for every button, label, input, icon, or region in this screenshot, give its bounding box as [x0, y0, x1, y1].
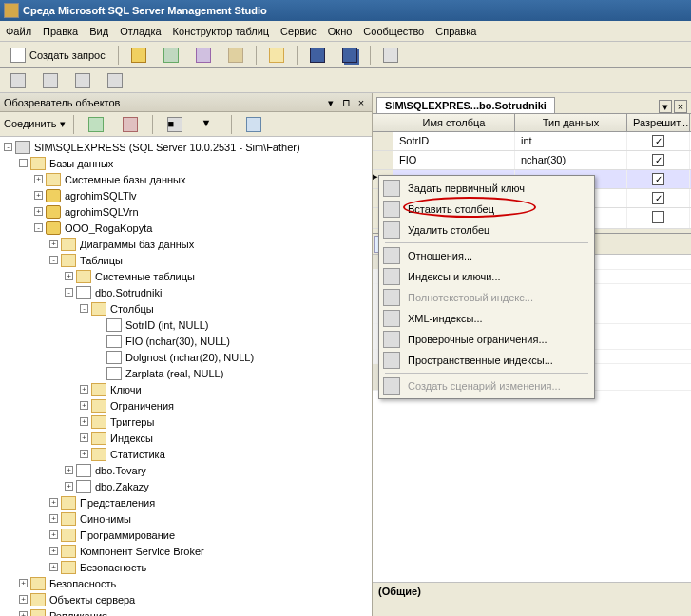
oe-btn-2[interactable] [116, 114, 144, 135]
context-menu-item[interactable]: Индексы и ключи... [381, 266, 592, 287]
new-query-label: Создать запрос [29, 49, 106, 61]
context-menu-item[interactable]: Отношения... [381, 245, 592, 266]
column-header-type[interactable]: Тип данных [515, 114, 627, 131]
open-file-button[interactable] [262, 45, 291, 66]
context-menu-item[interactable]: Вставить столбец [381, 199, 592, 220]
object-explorer-pane: Обозреватель объектов ▾ ⊓ × Соединить ▾ … [0, 93, 373, 616]
column-header-nullable[interactable]: Разрешит... [627, 114, 690, 131]
oe-btn-1[interactable] [82, 114, 110, 135]
toolbar-btn-3[interactable] [189, 45, 218, 66]
context-menu-item[interactable]: Проверочные ограничения... [381, 329, 592, 350]
pane-close-icon[interactable]: × [355, 96, 368, 109]
oe-refresh-button[interactable] [240, 114, 268, 135]
save-button[interactable] [303, 45, 332, 66]
context-menu-item: Полнотекстовый индекс... [381, 287, 592, 308]
properties-description: (Общие) [373, 582, 691, 616]
window-title: Среда Microsoft SQL Server Management St… [23, 5, 267, 16]
oe-stop-button[interactable]: ■ [161, 114, 189, 135]
app-icon [4, 3, 19, 18]
secondary-toolbar [0, 68, 691, 93]
main-toolbar: Создать запрос [0, 42, 691, 68]
menu-view[interactable]: Вид [89, 26, 108, 37]
toolbar-btn-8[interactable] [376, 45, 405, 66]
menu-file[interactable]: Файл [6, 26, 31, 37]
object-explorer-title: Обозреватель объектов [4, 97, 120, 108]
menu-debug[interactable]: Отладка [120, 26, 161, 37]
context-menu-item: Создать сценарий изменения... [381, 375, 592, 396]
sec-btn-3[interactable] [68, 70, 97, 91]
context-menu-item[interactable]: XML-индексы... [381, 308, 592, 329]
new-query-icon [10, 48, 26, 63]
menu-table-designer[interactable]: Конструктор таблиц [173, 26, 269, 37]
oe-filter-button[interactable]: ▼ [195, 114, 223, 135]
toolbar-btn-4[interactable] [221, 45, 250, 66]
sec-btn-4[interactable] [101, 70, 129, 91]
table-row[interactable]: SotrIDint✓ [373, 132, 691, 151]
save-all-button[interactable] [336, 45, 364, 66]
toolbar-btn-2[interactable] [157, 45, 185, 66]
menu-help[interactable]: Справка [435, 26, 476, 37]
context-menu-item[interactable]: Удалить столбец [381, 220, 592, 241]
tab-strip: SIM\SQLEXPRES...bo.Sotrudniki ▾ × [373, 93, 691, 114]
context-menu-item[interactable]: Пространственные индексы... [381, 350, 592, 371]
object-tree[interactable]: -SIM\SQLEXPRESS (SQL Server 10.0.2531 - … [0, 137, 372, 616]
pane-pin-icon[interactable]: ⊓ [339, 96, 353, 109]
context-menu: Задать первичный ключВставить столбецУда… [378, 175, 595, 399]
object-explorer-toolbar: Соединить ▾ ■ ▼ [0, 112, 372, 137]
context-menu-item[interactable]: Задать первичный ключ [381, 178, 592, 199]
toolbar-btn-1[interactable] [125, 45, 153, 66]
title-bar: Среда Microsoft SQL Server Management St… [0, 0, 691, 21]
column-header-name[interactable]: Имя столбца [393, 114, 515, 131]
object-explorer-title-bar: Обозреватель объектов ▾ ⊓ × [0, 93, 372, 112]
menu-bar: Файл Правка Вид Отладка Конструктор табл… [0, 21, 691, 42]
tab-dropdown-icon[interactable]: ▾ [659, 100, 672, 113]
tab-close-icon[interactable]: × [674, 100, 687, 113]
sec-btn-2[interactable] [36, 70, 65, 91]
pane-dropdown-icon[interactable]: ▾ [324, 96, 337, 109]
menu-tools[interactable]: Сервис [280, 26, 317, 37]
table-row[interactable]: FIOnchar(30)✓ [373, 151, 691, 170]
new-query-button[interactable]: Создать запрос [4, 45, 112, 66]
sec-btn-1[interactable] [4, 70, 32, 91]
menu-community[interactable]: Сообщество [363, 26, 424, 37]
tab-table-designer[interactable]: SIM\SQLEXPRES...bo.Sotrudniki [376, 97, 555, 113]
filter-icon: ▼ [202, 117, 217, 132]
connect-button[interactable]: Соединить ▾ [4, 118, 66, 130]
menu-window[interactable]: Окно [328, 26, 353, 37]
menu-edit[interactable]: Правка [43, 26, 78, 37]
